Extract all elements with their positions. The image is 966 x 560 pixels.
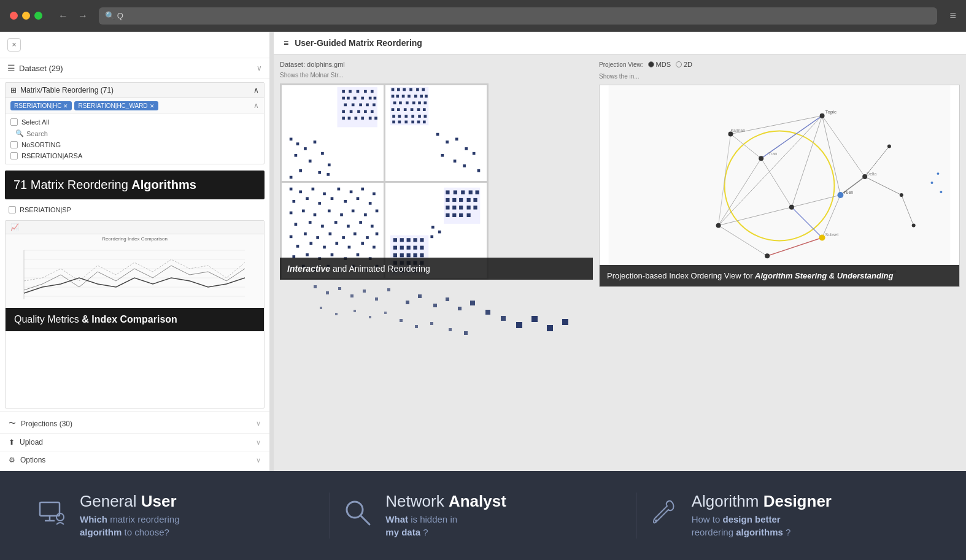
svg-line-286	[361, 516, 369, 524]
upload-item[interactable]: ⬆ Upload ∨	[0, 434, 269, 451]
mds-radio[interactable]: MDS	[648, 61, 671, 68]
no-sorting-item[interactable]: NoSORTING	[10, 139, 259, 150]
svg-rect-125	[304, 232, 307, 235]
dataset-row[interactable]: ☰ Dataset (29) ∨	[0, 58, 269, 79]
svg-point-263	[728, 132, 733, 137]
svg-rect-15	[354, 97, 357, 100]
back-button[interactable]: ←	[55, 9, 72, 23]
search-row[interactable]: 🔍	[10, 128, 259, 139]
svg-rect-214	[470, 301, 475, 305]
svg-rect-218	[531, 316, 538, 322]
footer-desc-hidden: is hidden in	[411, 514, 457, 524]
svg-rect-64	[412, 101, 415, 104]
svg-rect-138	[373, 245, 376, 248]
svg-rect-123	[371, 224, 374, 228]
address-bar[interactable]: 🔍 Q	[99, 7, 937, 25]
svg-rect-18	[374, 97, 377, 100]
svg-point-275	[940, 191, 942, 193]
projection-shows: Shows the in...	[599, 73, 960, 80]
svg-rect-187	[459, 198, 463, 201]
svg-rect-192	[459, 205, 463, 209]
svg-rect-169	[420, 253, 423, 257]
select-all-item[interactable]: Select All	[10, 117, 259, 128]
svg-rect-126	[316, 236, 319, 239]
svg-rect-127	[329, 232, 332, 235]
svg-rect-112	[328, 209, 331, 212]
rsa-item[interactable]: RSERIATION|ARSA	[10, 150, 259, 161]
svg-rect-211	[433, 304, 437, 307]
sidebar-top: ×	[0, 32, 269, 58]
close-button[interactable]: ×	[7, 38, 21, 52]
svg-rect-222	[335, 313, 338, 315]
svg-rect-228	[430, 322, 433, 325]
svg-rect-166	[400, 253, 403, 257]
matrix-svg-tr	[385, 85, 487, 181]
footer-desc-mydata: my data	[385, 527, 420, 537]
options-item[interactable]: ⚙ Options ∨	[0, 451, 269, 469]
footer-title-analyst: Network Analyst	[385, 493, 506, 510]
svg-point-256	[820, 113, 825, 118]
projections-item[interactable]: 〜 Projections (30) ∨	[0, 414, 269, 434]
svg-rect-156	[400, 238, 403, 242]
tag-remove-2[interactable]: ✕	[150, 103, 155, 109]
svg-rect-111	[314, 213, 317, 216]
svg-rect-113	[340, 213, 343, 216]
hamburger-icon: ☰	[7, 63, 15, 73]
svg-point-266	[912, 224, 916, 228]
svg-rect-155	[393, 238, 396, 242]
svg-rect-59	[420, 95, 423, 98]
select-all-checkbox[interactable]	[10, 118, 18, 126]
svg-rect-158	[413, 238, 417, 242]
svg-rect-91	[463, 164, 466, 167]
svg-rect-215	[485, 310, 490, 315]
svg-rect-219	[547, 325, 553, 331]
panel-chevron-up-icon[interactable]: ∧	[253, 86, 259, 94]
svg-rect-217	[516, 322, 522, 328]
svg-rect-210	[418, 294, 422, 298]
svg-text:Topic: Topic	[825, 109, 837, 115]
footer-desc-analyst: What is hidden in my data ?	[385, 513, 506, 539]
svg-rect-216	[501, 316, 506, 321]
svg-rect-164	[420, 245, 423, 249]
svg-point-267	[887, 144, 891, 148]
svg-rect-209	[406, 301, 409, 304]
chart-svg	[6, 244, 264, 305]
tag-remove-1[interactable]: ✕	[63, 103, 68, 109]
svg-rect-41	[321, 152, 324, 155]
upload-chevron-icon: ∨	[256, 439, 261, 447]
forward-button[interactable]: →	[74, 9, 91, 23]
svg-rect-84	[422, 121, 425, 124]
svg-rect-191	[452, 205, 456, 209]
content-hamburger-icon[interactable]: ≡	[284, 38, 288, 48]
svg-rect-196	[452, 213, 456, 217]
svg-rect-22	[366, 104, 369, 107]
2d-radio[interactable]: 2D	[676, 61, 692, 68]
svg-rect-44	[318, 171, 321, 174]
footer-desc-design: design better	[723, 514, 781, 524]
no-sorting-checkbox[interactable]	[10, 141, 18, 148]
chart-area: Reordering Index Comparison	[6, 234, 264, 308]
collapse-tags-icon[interactable]: ∧	[253, 101, 259, 110]
matrix-panel-label: Matrix/Table Reordering (71)	[20, 86, 114, 94]
rsp-checkbox[interactable]	[9, 206, 16, 213]
rsa-checkbox[interactable]	[10, 152, 18, 159]
search-input[interactable]	[26, 130, 254, 137]
svg-rect-90	[453, 159, 456, 163]
browser-menu-button[interactable]: ≡	[949, 9, 956, 22]
rsp-row[interactable]: RSERIATION|SP	[0, 202, 269, 218]
svg-rect-24	[342, 110, 345, 113]
footer: General User Which matrix reordering alg…	[0, 471, 966, 560]
footer-title-algorithm: Algorithm	[692, 492, 763, 510]
quality-text-normal: Quality Metrics	[14, 314, 82, 324]
svg-rect-58	[414, 95, 417, 98]
count-text: Matrix Reordering	[31, 178, 132, 191]
maximize-traffic-light[interactable]	[34, 12, 42, 20]
svg-rect-10	[357, 90, 360, 93]
svg-rect-167	[406, 253, 410, 257]
close-traffic-light[interactable]	[10, 12, 18, 20]
svg-rect-34	[374, 117, 377, 120]
footer-desc-q: ?	[423, 527, 428, 537]
svg-point-258	[789, 205, 794, 210]
minimize-traffic-light[interactable]	[22, 12, 30, 20]
tag-label-1: RSERIATION|HC	[14, 102, 61, 109]
